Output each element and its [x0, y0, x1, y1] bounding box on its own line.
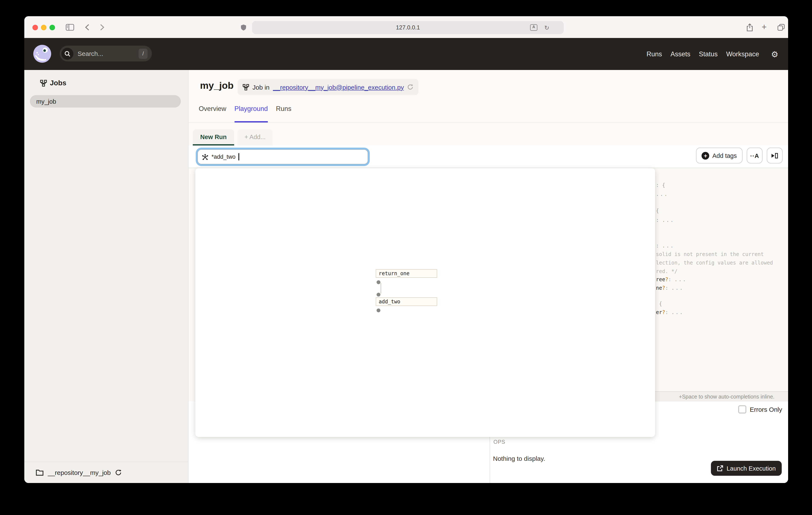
- screen: 127.0.0.1 A ↻ +: [0, 0, 812, 515]
- graph-node-add-two[interactable]: add_two: [376, 297, 437, 306]
- execute-preview-button[interactable]: [767, 147, 783, 163]
- browser-toolbar: 127.0.0.1 A ↻ +: [24, 16, 788, 38]
- sidebar-toggle-icon[interactable]: [66, 24, 74, 31]
- errors-only-checkbox[interactable]: [738, 405, 746, 413]
- sidebar-title: Jobs: [50, 79, 66, 87]
- search-placeholder: Search...: [78, 50, 139, 57]
- config-line: ...: [656, 190, 668, 198]
- op-selector-icon: [202, 154, 208, 160]
- tab-runs[interactable]: Runs: [276, 105, 291, 121]
- tab-playground[interactable]: Playground: [234, 105, 268, 123]
- nav-assets[interactable]: Assets: [670, 50, 690, 58]
- page-title: my_job: [200, 80, 234, 91]
- playground-content: : {...{: ...: ...solid is not present in…: [188, 168, 788, 483]
- zoom-window-button[interactable]: [49, 25, 55, 30]
- op-selection-value: *add_two: [211, 154, 236, 160]
- job-icon: [243, 84, 249, 90]
- job-icon: [40, 80, 47, 86]
- app-body: Jobs my_job __repository__my_job: [24, 70, 788, 483]
- address-bar[interactable]: 127.0.0.1 A ↻: [252, 21, 564, 34]
- launch-icon: [717, 465, 723, 471]
- ops-section-heading: OPS: [493, 439, 505, 445]
- tab-overview-icon[interactable]: [778, 24, 785, 31]
- config-line: : {: [656, 181, 665, 189]
- config-line: er?: ...: [656, 308, 684, 317]
- run-tab-strip: New Run + Add...: [193, 129, 272, 145]
- sidebar-item-my-job[interactable]: my_job: [30, 95, 181, 108]
- page-tabs: OverviewPlaygroundRuns: [199, 105, 291, 123]
- add-tags-button[interactable]: + Add tags: [696, 147, 743, 163]
- search-icon: [61, 48, 74, 59]
- reload-icon[interactable]: ↻: [544, 21, 549, 34]
- gear-icon[interactable]: ⚙: [771, 49, 778, 59]
- op-selector-input[interactable]: *add_two: [198, 150, 368, 164]
- plus-circle-icon: +: [702, 152, 709, 159]
- folder-icon: [36, 469, 44, 476]
- tab-overview[interactable]: Overview: [199, 105, 226, 121]
- repository-footer[interactable]: __repository__my_job: [24, 462, 188, 483]
- play-rect-icon: [771, 153, 778, 159]
- add-tags-label: Add tags: [713, 152, 737, 159]
- close-window-button[interactable]: [32, 25, 38, 30]
- sidebar-item-label: my_job: [36, 98, 56, 105]
- url-text: 127.0.0.1: [252, 21, 564, 34]
- ops-empty-message: Nothing to display.: [493, 455, 545, 462]
- config-line: lection, the config values are allowed: [656, 259, 773, 267]
- config-line: ree?: ...: [656, 275, 687, 284]
- config-line: : ...: [656, 216, 674, 224]
- config-line: {: [656, 207, 659, 215]
- graph-node-return-one[interactable]: return_one: [376, 269, 437, 278]
- privacy-shield-icon[interactable]: [240, 24, 246, 31]
- autocomplete-hint: +Space to show auto-completions inline.: [679, 392, 775, 402]
- back-button[interactable]: [85, 24, 90, 31]
- scaffold-missing-config-button[interactable]: ··A: [747, 147, 762, 163]
- config-line: {: [656, 300, 662, 308]
- launch-execution-button[interactable]: Launch Execution: [711, 461, 782, 476]
- config-line: ne?: ...: [656, 284, 684, 292]
- repository-link[interactable]: __repository__my_job@pipeline_execution.…: [273, 83, 404, 91]
- forward-button[interactable]: [100, 24, 105, 31]
- reload-repository-icon[interactable]: [115, 469, 121, 476]
- search-input[interactable]: Search... /: [60, 46, 152, 61]
- app-header: Search... / RunsAssetsStatusWorkspace ⚙: [24, 38, 788, 70]
- browser-window: 127.0.0.1 A ↻ +: [24, 16, 788, 483]
- badge-prefix: Job in: [253, 83, 269, 91]
- minimize-window-button[interactable]: [41, 25, 46, 30]
- output-port-dot: [376, 308, 380, 312]
- tab-new-run[interactable]: New Run: [193, 129, 234, 145]
- launch-label: Launch Execution: [726, 465, 776, 472]
- tab-add-run[interactable]: + Add...: [237, 129, 272, 145]
- reload-workspace-icon[interactable]: [407, 84, 413, 90]
- nav-status[interactable]: Status: [699, 50, 718, 58]
- share-icon[interactable]: [746, 24, 753, 32]
- output-port-dot: [376, 280, 380, 284]
- sidebar-header: Jobs: [40, 79, 66, 87]
- config-line: : ...: [656, 242, 674, 250]
- repository-name: __repository__my_job: [48, 469, 111, 476]
- config-line: solid is not present in the current: [656, 250, 764, 259]
- jobs-sidebar: Jobs my_job __repository__my_job: [24, 70, 188, 483]
- header-nav: RunsAssetsStatusWorkspace: [646, 50, 759, 58]
- edge-connector: [380, 283, 381, 294]
- search-shortcut-key: /: [139, 48, 148, 59]
- nav-workspace[interactable]: Workspace: [726, 50, 759, 58]
- input-port-dot: [376, 293, 380, 296]
- job-origin-badge: Job in __repository__my_job@pipeline_exe…: [237, 79, 418, 95]
- dagster-logo[interactable]: [33, 45, 51, 63]
- new-tab-icon[interactable]: +: [762, 24, 766, 31]
- op-graph-panel[interactable]: return_one add_two: [195, 168, 655, 437]
- translate-icon[interactable]: A: [530, 21, 538, 34]
- text-caret: [239, 153, 239, 160]
- errors-only-control: Errors Only: [738, 405, 782, 413]
- config-line: red. */: [656, 267, 677, 276]
- errors-only-label: Errors Only: [750, 406, 782, 413]
- tabs-divider: [188, 123, 788, 123]
- main-content: my_job Job in __repository__my_job@pipel…: [188, 70, 788, 483]
- nav-runs[interactable]: Runs: [646, 50, 662, 58]
